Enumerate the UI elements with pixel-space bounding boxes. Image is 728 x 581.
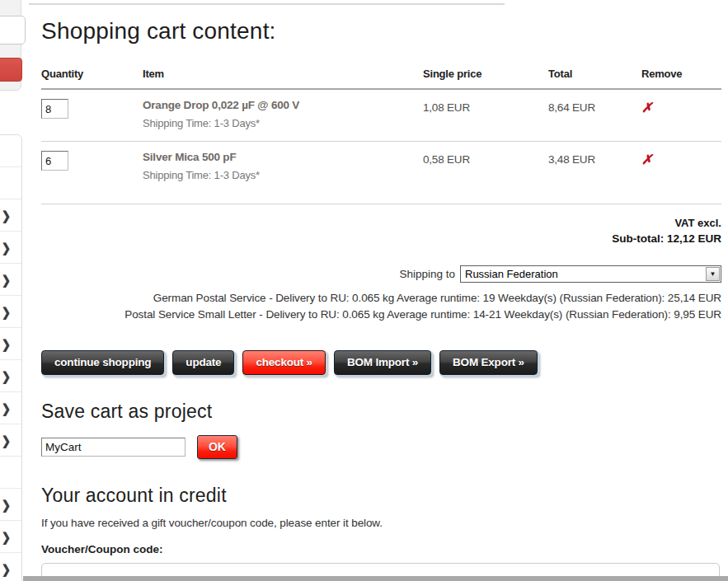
chevron-right-icon: ❯ [2,433,11,447]
chevron-right-icon: ❯ [2,336,11,350]
shipping-to-label: Shipping to [399,268,455,280]
remove-item-icon[interactable]: ✗ [641,151,652,167]
update-button[interactable]: update [172,350,234,375]
cart-totals: VAT excl. Sub-total: 12,12 EUR [41,215,721,246]
col-header-remove: Remove [641,68,721,80]
select-dropdown-button[interactable]: ▼ [706,267,720,281]
chevron-right-icon: ❯ [2,304,11,318]
item-name: Orange Drop 0,022 µF @ 600 V [143,99,423,111]
item-total-price: 3,48 EUR [548,151,641,181]
item-shipping-time: Shipping Time: 1-3 Days* [143,117,423,129]
sidebar-item[interactable]: ❯ [0,199,21,232]
sidebar-item[interactable]: ❯ [0,360,21,392]
sidebar: ❯❯❯❯❯❯❯❯❯❯❯ [0,0,23,581]
col-header-item: Item [143,68,423,80]
footer-bar [23,576,728,581]
shipping-country-value: Russian Federation [461,268,558,280]
chevron-right-icon: ❯ [2,272,11,286]
sidebar-item[interactable]: ❯ [0,392,21,424]
chevron-right-icon: ❯ [2,401,11,415]
cart-actions: continue shopping update checkout » BOM … [41,350,721,375]
item-single-price: 1,08 EUR [423,99,548,129]
sidebar-item[interactable]: ❯ [0,553,21,581]
shipping-row: Shipping to Russian Federation ▼ [41,265,721,283]
chevron-right-icon: ❯ [2,240,11,254]
bom-import-button[interactable]: BOM Import » [334,350,431,375]
cart-row: Silver Mica 500 pF Shipping Time: 1-3 Da… [41,142,721,204]
vat-note: VAT excl. [41,215,721,231]
item-shipping-time: Shipping Time: 1-3 Days* [143,169,423,181]
item-name: Silver Mica 500 pF [143,151,423,163]
continue-shopping-button[interactable]: continue shopping [41,350,164,375]
bom-export-button[interactable]: BOM Export » [439,350,538,375]
chevron-right-icon: ❯ [2,208,11,222]
voucher-code-label: Voucher/Coupon code: [41,543,721,555]
shipping-option-line: Postal Service Small Letter - Delivery t… [41,307,721,323]
sidebar-search-panel [0,0,21,91]
sidebar-item[interactable] [0,457,21,489]
save-cart-row: OK [41,435,721,459]
main-content: Shopping cart content: Quantity Item Sin… [41,0,721,581]
chevron-right-icon: ❯ [2,368,11,382]
save-cart-ok-button[interactable]: OK [197,435,237,459]
cart-row: Orange Drop 0,022 µF @ 600 V Shipping Ti… [41,90,721,142]
save-cart-heading: Save cart as project [41,401,721,423]
cart-table-header: Quantity Item Single price Total Remove [41,56,721,90]
sidebar-item[interactable] [0,167,21,199]
sidebar-item[interactable]: ❯ [0,296,21,328]
col-header-total: Total [548,68,641,80]
credit-description: If you have received a gift voucher/coup… [41,517,721,529]
item-total-price: 8,64 EUR [548,99,641,129]
chevron-right-icon: ❯ [2,529,11,543]
quantity-input[interactable] [41,99,68,119]
page-title: Shopping cart content: [41,18,721,45]
cart-name-input[interactable] [41,438,186,457]
quantity-input[interactable] [41,151,68,171]
remove-item-icon[interactable]: ✗ [641,99,652,115]
shipping-options-info: German Postal Service - Delivery to RU: … [41,290,721,323]
sidebar-search-button[interactable] [0,58,22,82]
credit-heading: Your account in credit [41,485,721,507]
sidebar-item[interactable]: ❯ [0,328,21,360]
sidebar-item[interactable]: ❯ [0,424,21,457]
subtotal: Sub-total: 12,12 EUR [41,231,721,246]
shipping-option-line: German Postal Service - Delivery to RU: … [41,290,721,307]
checkout-button[interactable]: checkout » [242,350,326,375]
item-single-price: 0,58 EUR [423,151,548,181]
sidebar-item[interactable]: ❯ [0,264,21,296]
sidebar-search-input[interactable] [0,16,26,45]
chevron-down-icon: ▼ [710,271,716,278]
sidebar-item[interactable] [0,135,21,167]
sidebar-item[interactable]: ❯ [0,232,21,264]
chevron-right-icon: ❯ [2,497,11,511]
sidebar-item[interactable]: ❯ [0,489,21,521]
sidebar-menu: ❯❯❯❯❯❯❯❯❯❯❯ [0,134,22,581]
shipping-country-select[interactable]: Russian Federation ▼ [460,265,721,283]
col-header-quantity: Quantity [41,68,143,80]
cart-table: Quantity Item Single price Total Remove … [41,56,721,204]
sidebar-item[interactable]: ❯ [0,521,21,553]
col-header-single-price: Single price [423,68,548,80]
chevron-right-icon: ❯ [2,561,11,575]
